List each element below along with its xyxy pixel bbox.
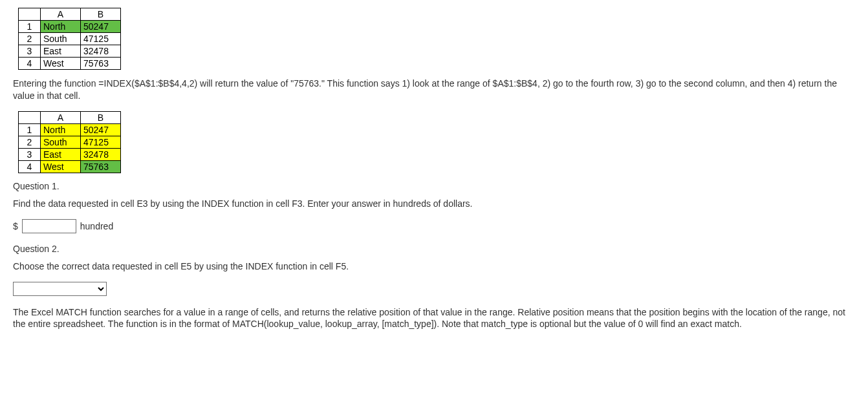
row-header: 3 bbox=[19, 148, 41, 160]
q1-answer-input[interactable] bbox=[22, 219, 76, 233]
table-row: 3 East 32478 bbox=[19, 45, 121, 58]
table-row: 3 East 32478 bbox=[19, 148, 121, 160]
paragraph-match-explanation: The Excel MATCH function searches for a … bbox=[13, 306, 854, 331]
table-header-row: A B bbox=[19, 8, 121, 21]
table-row: 4 West 75763 bbox=[19, 58, 121, 70]
cell-b3: 32478 bbox=[81, 148, 121, 160]
question-2-title: Question 2. bbox=[13, 244, 854, 254]
cell-b3: 32478 bbox=[81, 45, 121, 58]
cell-a1: North bbox=[41, 123, 81, 136]
row-header: 3 bbox=[19, 45, 41, 58]
table-header-row: A B bbox=[19, 111, 121, 123]
cell-b2: 47125 bbox=[81, 136, 121, 148]
cell-a3: East bbox=[41, 148, 81, 160]
paragraph-index-explanation: Entering the function =INDEX($A$1:$B$4,4… bbox=[13, 78, 854, 102]
corner-cell bbox=[19, 111, 41, 123]
corner-cell bbox=[19, 8, 41, 21]
cell-a3: East bbox=[41, 45, 81, 58]
row-header: 2 bbox=[19, 33, 41, 45]
table-row: 1 North 50247 bbox=[19, 21, 121, 33]
question-1-title: Question 1. bbox=[13, 181, 854, 191]
q2-answer-select[interactable] bbox=[13, 282, 107, 296]
cell-a2: South bbox=[41, 136, 81, 148]
table-row: 1 North 50247 bbox=[19, 123, 121, 136]
row-header: 4 bbox=[19, 160, 41, 173]
col-header-b: B bbox=[81, 8, 121, 21]
row-header: 4 bbox=[19, 58, 41, 70]
col-header-b: B bbox=[81, 111, 121, 123]
row-header: 1 bbox=[19, 21, 41, 33]
q1-dollar-prefix: $ bbox=[13, 221, 18, 231]
cell-b1: 50247 bbox=[81, 123, 121, 136]
question-2-prompt: Choose the correct data requested in cel… bbox=[13, 260, 854, 273]
cell-a4: West bbox=[41, 58, 81, 70]
q1-hundred-suffix: hundred bbox=[80, 221, 113, 231]
cell-a1: North bbox=[41, 21, 81, 33]
cell-a4: West bbox=[41, 160, 81, 173]
cell-b4: 75763 bbox=[81, 58, 121, 70]
spreadsheet-table-1: A B 1 North 50247 2 South 47125 3 East 3… bbox=[18, 8, 121, 70]
col-header-a: A bbox=[41, 111, 81, 123]
cell-b4: 75763 bbox=[81, 160, 121, 173]
cell-b1: 50247 bbox=[81, 21, 121, 33]
table-row: 4 West 75763 bbox=[19, 160, 121, 173]
table-row: 2 South 47125 bbox=[19, 136, 121, 148]
row-header: 1 bbox=[19, 123, 41, 136]
col-header-a: A bbox=[41, 8, 81, 21]
table-row: 2 South 47125 bbox=[19, 33, 121, 45]
cell-a2: South bbox=[41, 33, 81, 45]
spreadsheet-table-2: A B 1 North 50247 2 South 47125 3 East 3… bbox=[18, 111, 121, 173]
question-1-prompt: Find the data requested in cell E3 by us… bbox=[13, 198, 854, 210]
cell-b2: 47125 bbox=[81, 33, 121, 45]
row-header: 2 bbox=[19, 136, 41, 148]
